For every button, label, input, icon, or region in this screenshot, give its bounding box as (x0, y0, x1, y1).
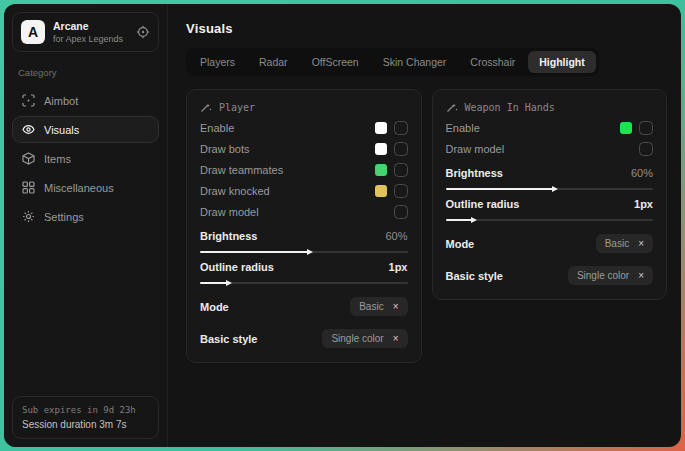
panel-title-text: Weapon In Hands (465, 102, 555, 113)
select-label: Basic style (446, 270, 503, 282)
sidebar-item-label: Items (44, 153, 71, 165)
session-duration-text: Session duration 3m 7s (22, 419, 149, 430)
close-icon[interactable]: × (638, 271, 644, 281)
outline-radius-slider[interactable] (200, 282, 408, 284)
toggle-label: Draw teammates (200, 164, 283, 176)
slider-thumb[interactable] (307, 249, 313, 255)
tab-crosshair[interactable]: Crosshair (459, 51, 526, 73)
toggle-label: Enable (200, 122, 234, 134)
main-content: Visuals Players Radar OffScreen Skin Cha… (168, 4, 681, 447)
wand-icon (200, 101, 212, 113)
eye-icon (22, 123, 35, 136)
checkbox[interactable] (394, 184, 408, 198)
sub-expires-text: Sub expires in 9d 23h (22, 405, 149, 415)
brightness-slider[interactable] (446, 188, 654, 190)
tag-text: Basic (605, 238, 629, 249)
tab-players[interactable]: Players (189, 51, 246, 73)
tab-radar[interactable]: Radar (248, 51, 299, 73)
gear-icon (22, 210, 35, 223)
tag-text: Basic (359, 301, 383, 312)
slider-label: Outline radius (446, 198, 520, 210)
toggle-row-draw-knocked: Draw knocked (200, 180, 408, 201)
slider-label: Brightness (200, 230, 257, 242)
select-label: Mode (200, 301, 229, 313)
sidebar-item-settings[interactable]: Settings (12, 203, 159, 230)
toggle-row-draw-model: Draw model (446, 138, 654, 159)
app-window: A Arcane for Apex Legends Category (4, 4, 681, 447)
color-swatch[interactable] (620, 122, 632, 134)
subscription-info-card: Sub expires in 9d 23h Session duration 3… (12, 396, 159, 439)
slider-label: Outline radius (200, 261, 274, 273)
slider-label: Brightness (446, 167, 503, 179)
checkbox[interactable] (639, 121, 653, 135)
checkbox[interactable] (394, 163, 408, 177)
tag-text: Single color (331, 333, 383, 344)
tab-bar: Players Radar OffScreen Skin Changer Cro… (186, 48, 599, 76)
color-swatch[interactable] (375, 185, 387, 197)
basic-style-tag[interactable]: Single color × (568, 266, 653, 285)
sidebar-item-miscellaneous[interactable]: Miscellaneous (12, 174, 159, 201)
checkbox[interactable] (639, 142, 653, 156)
slider-value: 1px (634, 198, 653, 210)
toggle-label: Draw bots (200, 143, 250, 155)
tag-text: Single color (577, 270, 629, 281)
toggle-label: Enable (446, 122, 480, 134)
color-swatch[interactable] (375, 164, 387, 176)
mode-tag[interactable]: Basic × (596, 234, 653, 253)
sidebar-item-visuals[interactable]: Visuals (12, 116, 159, 143)
panels-row: Player Enable Draw bots (186, 89, 667, 363)
brightness-slider[interactable] (200, 251, 408, 253)
player-panel-header: Player (200, 101, 408, 113)
sidebar-item-label: Visuals (44, 124, 79, 136)
sidebar-item-aimbot[interactable]: Aimbot (12, 87, 159, 114)
color-swatch[interactable] (375, 122, 387, 134)
slider-value: 60% (385, 230, 407, 242)
checkbox[interactable] (394, 121, 408, 135)
sidebar-nav: Aimbot Visuals Items (12, 87, 159, 230)
wand-icon (446, 101, 458, 113)
sidebar-item-items[interactable]: Items (12, 145, 159, 172)
sidebar-item-label: Miscellaneous (44, 182, 114, 194)
sidebar-item-label: Aimbot (44, 95, 78, 107)
app-title: Arcane (53, 20, 128, 32)
toggle-row-enable: Enable (200, 117, 408, 138)
crosshair-icon (22, 94, 35, 107)
tab-offscreen[interactable]: OffScreen (301, 51, 370, 73)
tab-highlight[interactable]: Highlight (528, 51, 596, 73)
mode-tag[interactable]: Basic × (350, 297, 407, 316)
checkbox[interactable] (394, 205, 408, 219)
app-subtitle: for Apex Legends (53, 34, 128, 44)
mode-select-row: Mode Basic × (446, 234, 654, 253)
player-panel: Player Enable Draw bots (186, 89, 422, 363)
category-label: Category (18, 67, 153, 78)
sidebar-header-card: A Arcane for Apex Legends (12, 12, 159, 52)
weapon-panel-header: Weapon In Hands (446, 101, 654, 113)
close-icon[interactable]: × (393, 334, 399, 344)
page-title: Visuals (186, 21, 667, 36)
select-label: Mode (446, 238, 475, 250)
outline-radius-slider[interactable] (446, 219, 654, 221)
toggle-label: Draw model (446, 143, 505, 155)
slider-value: 1px (389, 261, 408, 273)
color-swatch[interactable] (375, 143, 387, 155)
outline-radius-slider-block: Outline radius 1px (446, 198, 654, 221)
basic-style-select-row: Basic style Single color × (446, 266, 654, 285)
slider-value: 60% (631, 167, 653, 179)
slider-thumb[interactable] (552, 186, 558, 192)
tab-skin-changer[interactable]: Skin Changer (372, 51, 458, 73)
brightness-slider-block: Brightness 60% (446, 167, 654, 190)
close-icon[interactable]: × (393, 302, 399, 312)
basic-style-select-row: Basic style Single color × (200, 329, 408, 348)
mode-select-row: Mode Basic × (200, 297, 408, 316)
slider-thumb[interactable] (226, 280, 232, 286)
basic-style-tag[interactable]: Single color × (322, 329, 407, 348)
brightness-slider-block: Brightness 60% (200, 230, 408, 253)
toggle-row-draw-model: Draw model (200, 201, 408, 222)
sidebar-item-label: Settings (44, 211, 84, 223)
close-icon[interactable]: × (638, 239, 644, 249)
target-icon[interactable] (136, 25, 150, 39)
cube-icon (22, 152, 35, 165)
slider-thumb[interactable] (471, 217, 477, 223)
checkbox[interactable] (394, 142, 408, 156)
grid-icon (22, 181, 35, 194)
